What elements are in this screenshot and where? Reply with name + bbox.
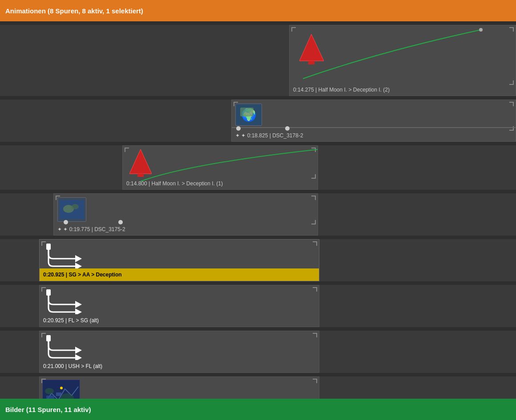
track-image-2-label: ✦ ✦ 0:19.775 | DSC_3175-2 — [57, 226, 125, 232]
track-arrow-1-label-bar: 0:20.925 | SG > AA > Deception — [40, 268, 319, 281]
track-area: 0:14.275 | Half Moon I. > Deception I. (… — [0, 21, 516, 419]
svg-marker-8 — [75, 255, 82, 262]
position-icon: ✦ — [235, 132, 240, 139]
keyframe-dot-left[interactable] — [64, 220, 68, 224]
corner-tr-icon — [509, 102, 514, 106]
transition-arrow-icon-2 — [44, 288, 86, 314]
track-curve-2[interactable]: 0:14.800 | Half Moon I. > Deception I. (… — [122, 145, 318, 190]
corner-tr-icon — [313, 333, 317, 337]
gap-4 — [0, 190, 516, 193]
image-thumbnail-2 — [57, 197, 86, 222]
svg-marker-11 — [75, 301, 82, 308]
globe-icon: 🌍 — [241, 108, 257, 122]
transition-arrow-icon — [44, 242, 86, 268]
svg-point-2 — [479, 28, 483, 32]
svg-point-20 — [45, 388, 54, 394]
svg-marker-15 — [75, 354, 82, 360]
svg-point-7 — [72, 204, 79, 209]
corner-tr-icon — [313, 241, 317, 246]
svg-rect-16 — [46, 335, 51, 341]
keyframe-dot-left[interactable] — [236, 126, 241, 131]
track-image-1-label: ✦ ✦ 0:18.825 | DSC_3178-2 — [235, 132, 303, 139]
track-curve-1-label: 0:14.275 | Half Moon I. > Deception I. (… — [293, 87, 390, 93]
svg-marker-14 — [75, 347, 82, 354]
track-arrow-2-label-bar: 0:20.925 | FL > SG (alt) — [40, 314, 319, 327]
corner-tr-icon — [311, 196, 316, 200]
corner-tr-icon — [313, 287, 317, 292]
svg-marker-9 — [75, 263, 82, 268]
track-arrow-3[interactable]: 0:21.000 | USH > FL (alt) — [39, 331, 319, 373]
svg-rect-19 — [56, 392, 61, 396]
gap-5 — [0, 236, 516, 239]
footer-title: Bilder (11 Spuren, 11 aktiv) — [5, 406, 91, 413]
track-arrow-1-label: 0:20.925 | SG > AA > Deception — [43, 272, 122, 278]
curve-line — [290, 25, 516, 96]
transition-arrow-icon-3 — [44, 333, 86, 360]
svg-point-22 — [60, 387, 63, 389]
keyframe-dot-mid[interactable] — [285, 126, 290, 131]
animations-header: Animationen (8 Spuren, 8 aktiv, 1 selekt… — [0, 0, 516, 21]
track-arrow-1[interactable]: 0:20.925 | SG > AA > Deception — [39, 239, 319, 281]
gap-8 — [0, 373, 516, 376]
map-icon — [60, 200, 84, 219]
track-image-1[interactable]: 🌍 ✦ ✦ 0:18.825 | DSC_3178-2 — [231, 100, 516, 142]
header-title: Animationen (8 Spuren, 8 aktiv, 1 selekt… — [5, 7, 143, 15]
gap-3 — [0, 142, 516, 145]
keyframe-bar — [232, 127, 516, 128]
svg-rect-13 — [46, 289, 51, 296]
corner-tr-icon — [313, 379, 317, 383]
track-curve-2-label: 0:14.800 | Half Moon I. > Deception I. (… — [126, 180, 223, 187]
corner-br-icon — [311, 220, 316, 224]
track-image-2[interactable]: ✦ ✦ 0:19.775 | DSC_3175-2 — [53, 193, 318, 236]
image-thumbnail-1: 🌍 — [235, 104, 262, 126]
track-arrow-3-label-bar: 0:21.000 | USH > FL (alt) — [40, 360, 319, 372]
gap-2 — [0, 96, 516, 100]
track-arrow-2[interactable]: 0:20.925 | FL > SG (alt) — [39, 285, 319, 327]
svg-rect-10 — [46, 244, 51, 250]
track-curve-1[interactable]: 0:14.275 | Half Moon I. > Deception I. (… — [289, 25, 516, 96]
gap-7 — [0, 327, 516, 331]
images-footer: Bilder (11 Spuren, 11 aktiv) — [0, 399, 516, 420]
gap-6 — [0, 281, 516, 285]
keyframe-dot-mid[interactable] — [118, 220, 123, 224]
position-icon: ✦ — [57, 226, 62, 232]
gap-1 — [0, 21, 516, 25]
track-arrow-2-label: 0:20.925 | FL > SG (alt) — [43, 317, 99, 324]
track-arrow-3-label: 0:21.000 | USH > FL (alt) — [43, 363, 102, 369]
svg-marker-12 — [75, 308, 82, 314]
